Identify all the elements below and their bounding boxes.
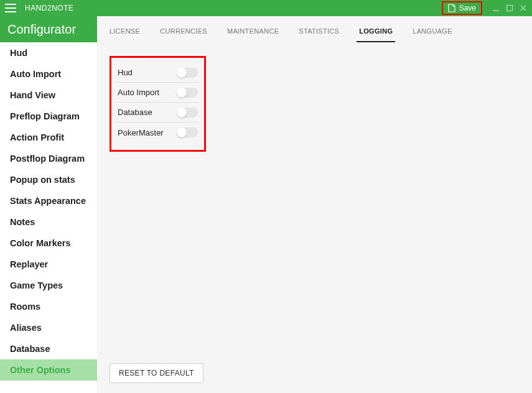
sidebar-item-aliases[interactable]: Aliases xyxy=(0,317,97,338)
body: HudAuto ImportHand ViewPreflop DiagramAc… xyxy=(0,42,532,393)
toggle-switch-pokermaster[interactable] xyxy=(177,127,198,137)
toggle-switch-hud[interactable] xyxy=(177,68,198,78)
svg-rect-1 xyxy=(507,6,513,11)
sidebar-item-action-profit[interactable]: Action Profit xyxy=(0,127,97,148)
titlebar-right: Save xyxy=(442,1,527,15)
tab-statistics[interactable]: STATISTICS xyxy=(297,27,340,42)
toggle-row-database: Database xyxy=(118,103,198,123)
sidebar-item-database[interactable]: Database xyxy=(0,338,97,359)
maximize-icon[interactable] xyxy=(506,4,513,12)
tab-license[interactable]: LICENSE xyxy=(108,27,141,42)
sidebar-item-notes[interactable]: Notes xyxy=(0,211,97,233)
sidebar-item-hud[interactable]: Hud xyxy=(0,42,97,63)
window-controls xyxy=(492,4,527,12)
sidebar-item-stats-appearance[interactable]: Stats Appearance xyxy=(0,190,97,211)
reset-to-default-button[interactable]: RESET TO DEFAULT xyxy=(110,363,203,383)
sidebar: HudAuto ImportHand ViewPreflop DiagramAc… xyxy=(0,42,97,393)
save-button[interactable]: Save xyxy=(442,1,482,15)
minimize-icon[interactable] xyxy=(492,4,500,12)
tab-language[interactable]: LANGUAGE xyxy=(411,27,454,42)
sidebar-item-color-markers[interactable]: Color Markers xyxy=(0,233,97,254)
sidebar-item-other-options[interactable]: Other Options xyxy=(0,359,97,381)
menu-icon[interactable] xyxy=(5,4,16,12)
tab-maintenance[interactable]: MAINTENANCE xyxy=(226,27,280,42)
save-label: Save xyxy=(459,4,476,12)
tab-logging[interactable]: LOGGING xyxy=(358,27,394,42)
sidebar-item-auto-import[interactable]: Auto Import xyxy=(0,63,97,85)
toggle-label: Auto Import xyxy=(118,88,159,97)
sidebar-item-popup-on-stats[interactable]: Popup on stats xyxy=(0,169,97,190)
toggle-row-hud: Hud xyxy=(118,63,198,83)
tab-currencies[interactable]: CURRENCIES xyxy=(159,27,208,42)
app-name: HAND2NOTE xyxy=(25,4,74,12)
main-panel: HudAuto ImportDatabasePokerMaster RESET … xyxy=(97,42,532,393)
sidebar-item-postflop-diagram[interactable]: Postflop Diagram xyxy=(0,148,97,169)
toggle-label: Hud xyxy=(118,68,133,77)
toggle-label: PokerMaster xyxy=(118,128,164,137)
save-file-icon xyxy=(448,4,455,12)
toggle-label: Database xyxy=(118,108,152,117)
sidebar-item-preflop-diagram[interactable]: Preflop Diagram xyxy=(0,106,97,127)
sidebar-item-game-types[interactable]: Game Types xyxy=(0,275,97,296)
sidebar-item-rooms[interactable]: Rooms xyxy=(0,296,97,317)
titlebar: HAND2NOTE Save xyxy=(0,0,532,16)
toggle-switch-database[interactable] xyxy=(177,108,198,118)
sidebar-item-hand-view[interactable]: Hand View xyxy=(0,85,97,106)
sidebar-item-replayer[interactable]: Replayer xyxy=(0,254,97,275)
toggle-row-auto-import: Auto Import xyxy=(118,83,198,103)
close-icon[interactable] xyxy=(520,4,527,12)
logging-toggle-panel: HudAuto ImportDatabasePokerMaster xyxy=(110,56,206,152)
tabs: LICENSECURRENCIESMAINTENANCESTATISTICSLO… xyxy=(97,16,532,42)
subheader: Configurator LICENSECURRENCIESMAINTENANC… xyxy=(0,16,532,42)
toggle-row-pokermaster: PokerMaster xyxy=(118,123,198,142)
page-title: Configurator xyxy=(0,16,97,42)
toggle-switch-auto-import[interactable] xyxy=(177,88,198,98)
